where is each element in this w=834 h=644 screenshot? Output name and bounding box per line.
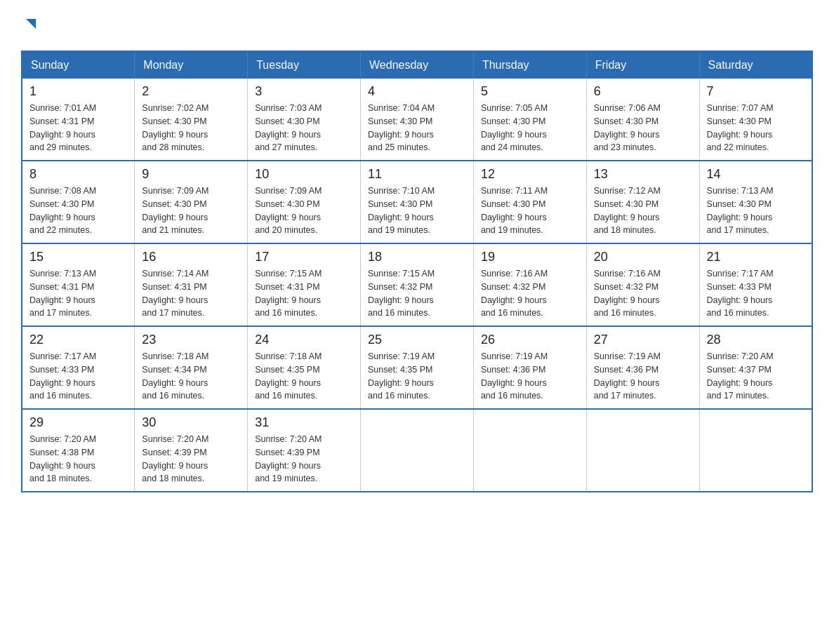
day-info: Sunrise: 7:19 AM Sunset: 4:36 PM Dayligh… — [594, 350, 692, 403]
day-info: Sunrise: 7:07 AM Sunset: 4:30 PM Dayligh… — [707, 102, 805, 154]
calendar-cell: 18 Sunrise: 7:15 AM Sunset: 4:32 PM Dayl… — [361, 243, 474, 326]
day-info: Sunrise: 7:02 AM Sunset: 4:30 PM Dayligh… — [142, 102, 240, 154]
day-info: Sunrise: 7:20 AM Sunset: 4:37 PM Dayligh… — [707, 350, 805, 403]
calendar-cell: 23 Sunrise: 7:18 AM Sunset: 4:34 PM Dayl… — [135, 326, 248, 409]
calendar-cell: 25 Sunrise: 7:19 AM Sunset: 4:35 PM Dayl… — [361, 326, 474, 409]
calendar-cell: 16 Sunrise: 7:14 AM Sunset: 4:31 PM Dayl… — [135, 243, 248, 326]
calendar-cell: 26 Sunrise: 7:19 AM Sunset: 4:36 PM Dayl… — [473, 326, 586, 409]
weekday-thursday: Thursday — [473, 51, 586, 79]
calendar-cell: 1 Sunrise: 7:01 AM Sunset: 4:31 PM Dayli… — [22, 79, 135, 161]
day-info: Sunrise: 7:13 AM Sunset: 4:30 PM Dayligh… — [707, 185, 805, 237]
day-number: 22 — [29, 333, 127, 347]
day-info: Sunrise: 7:01 AM Sunset: 4:31 PM Dayligh… — [29, 102, 127, 154]
calendar-cell: 19 Sunrise: 7:16 AM Sunset: 4:32 PM Dayl… — [473, 243, 586, 326]
calendar-cell: 3 Sunrise: 7:03 AM Sunset: 4:30 PM Dayli… — [248, 79, 361, 161]
day-number: 15 — [29, 250, 127, 264]
calendar-cell: 30 Sunrise: 7:20 AM Sunset: 4:39 PM Dayl… — [135, 409, 248, 492]
day-info: Sunrise: 7:20 AM Sunset: 4:39 PM Dayligh… — [142, 433, 240, 485]
day-info: Sunrise: 7:15 AM Sunset: 4:31 PM Dayligh… — [255, 267, 353, 320]
calendar-cell: 9 Sunrise: 7:09 AM Sunset: 4:30 PM Dayli… — [135, 161, 248, 243]
day-number: 17 — [255, 250, 353, 264]
day-number: 26 — [481, 333, 579, 347]
calendar-cell: 4 Sunrise: 7:04 AM Sunset: 4:30 PM Dayli… — [361, 79, 474, 161]
day-info: Sunrise: 7:18 AM Sunset: 4:34 PM Dayligh… — [142, 350, 240, 403]
calendar-cell: 22 Sunrise: 7:17 AM Sunset: 4:33 PM Dayl… — [22, 326, 135, 409]
day-info: Sunrise: 7:20 AM Sunset: 4:38 PM Dayligh… — [29, 433, 127, 485]
logo — [21, 14, 39, 36]
day-info: Sunrise: 7:19 AM Sunset: 4:36 PM Dayligh… — [481, 350, 579, 403]
day-number: 10 — [255, 167, 353, 182]
day-number: 29 — [29, 415, 127, 430]
calendar-cell: 31 Sunrise: 7:20 AM Sunset: 4:39 PM Dayl… — [248, 409, 361, 492]
weekday-saturday: Saturday — [699, 51, 812, 79]
day-info: Sunrise: 7:06 AM Sunset: 4:30 PM Dayligh… — [594, 102, 692, 154]
day-number: 20 — [594, 250, 692, 264]
day-number: 2 — [142, 84, 240, 99]
day-number: 16 — [142, 250, 240, 264]
calendar-cell: 2 Sunrise: 7:02 AM Sunset: 4:30 PM Dayli… — [135, 79, 248, 161]
calendar-cell: 24 Sunrise: 7:18 AM Sunset: 4:35 PM Dayl… — [248, 326, 361, 409]
day-info: Sunrise: 7:15 AM Sunset: 4:32 PM Dayligh… — [368, 267, 466, 320]
day-info: Sunrise: 7:09 AM Sunset: 4:30 PM Dayligh… — [142, 185, 240, 237]
day-number: 5 — [481, 84, 579, 99]
day-info: Sunrise: 7:03 AM Sunset: 4:30 PM Dayligh… — [255, 102, 353, 154]
day-number: 7 — [707, 84, 805, 99]
calendar-cell — [361, 409, 474, 492]
calendar-cell: 5 Sunrise: 7:05 AM Sunset: 4:30 PM Dayli… — [473, 79, 586, 161]
day-info: Sunrise: 7:18 AM Sunset: 4:35 PM Dayligh… — [255, 350, 353, 403]
day-info: Sunrise: 7:19 AM Sunset: 4:35 PM Dayligh… — [368, 350, 466, 403]
calendar-cell: 27 Sunrise: 7:19 AM Sunset: 4:36 PM Dayl… — [586, 326, 699, 409]
day-info: Sunrise: 7:11 AM Sunset: 4:30 PM Dayligh… — [481, 185, 579, 237]
calendar-cell: 14 Sunrise: 7:13 AM Sunset: 4:30 PM Dayl… — [699, 161, 812, 243]
day-info: Sunrise: 7:17 AM Sunset: 4:33 PM Dayligh… — [707, 267, 805, 320]
weekday-tuesday: Tuesday — [248, 51, 361, 79]
week-row-5: 29 Sunrise: 7:20 AM Sunset: 4:38 PM Dayl… — [22, 409, 812, 492]
day-info: Sunrise: 7:20 AM Sunset: 4:39 PM Dayligh… — [255, 433, 353, 485]
day-number: 24 — [255, 333, 353, 347]
day-info: Sunrise: 7:05 AM Sunset: 4:30 PM Dayligh… — [481, 102, 579, 154]
calendar-cell: 6 Sunrise: 7:06 AM Sunset: 4:30 PM Dayli… — [586, 79, 699, 161]
day-info: Sunrise: 7:12 AM Sunset: 4:30 PM Dayligh… — [594, 185, 692, 237]
day-number: 11 — [368, 167, 466, 182]
calendar-cell: 20 Sunrise: 7:16 AM Sunset: 4:32 PM Dayl… — [586, 243, 699, 326]
day-number: 21 — [707, 250, 805, 264]
calendar-cell — [699, 409, 812, 492]
page-header — [21, 14, 813, 36]
day-info: Sunrise: 7:04 AM Sunset: 4:30 PM Dayligh… — [368, 102, 466, 154]
day-number: 4 — [368, 84, 466, 99]
day-number: 19 — [481, 250, 579, 264]
week-row-2: 8 Sunrise: 7:08 AM Sunset: 4:30 PM Dayli… — [22, 161, 812, 243]
day-number: 3 — [255, 84, 353, 99]
weekday-sunday: Sunday — [22, 51, 135, 79]
day-number: 28 — [707, 333, 805, 347]
weekday-header-row: SundayMondayTuesdayWednesdayThursdayFrid… — [22, 51, 812, 79]
calendar-cell: 7 Sunrise: 7:07 AM Sunset: 4:30 PM Dayli… — [699, 79, 812, 161]
calendar-cell: 15 Sunrise: 7:13 AM Sunset: 4:31 PM Dayl… — [22, 243, 135, 326]
svg-marker-0 — [26, 19, 36, 29]
day-number: 12 — [481, 167, 579, 182]
day-info: Sunrise: 7:10 AM Sunset: 4:30 PM Dayligh… — [368, 185, 466, 237]
day-info: Sunrise: 7:16 AM Sunset: 4:32 PM Dayligh… — [594, 267, 692, 320]
day-number: 18 — [368, 250, 466, 264]
day-info: Sunrise: 7:09 AM Sunset: 4:30 PM Dayligh… — [255, 185, 353, 237]
day-info: Sunrise: 7:16 AM Sunset: 4:32 PM Dayligh… — [481, 267, 579, 320]
day-number: 13 — [594, 167, 692, 182]
weekday-monday: Monday — [135, 51, 248, 79]
day-number: 25 — [368, 333, 466, 347]
day-number: 14 — [707, 167, 805, 182]
day-number: 27 — [594, 333, 692, 347]
day-number: 23 — [142, 333, 240, 347]
calendar-cell — [586, 409, 699, 492]
day-number: 1 — [29, 84, 127, 99]
day-number: 8 — [29, 167, 127, 182]
weekday-wednesday: Wednesday — [361, 51, 474, 79]
calendar-cell: 29 Sunrise: 7:20 AM Sunset: 4:38 PM Dayl… — [22, 409, 135, 492]
calendar-cell: 12 Sunrise: 7:11 AM Sunset: 4:30 PM Dayl… — [473, 161, 586, 243]
week-row-3: 15 Sunrise: 7:13 AM Sunset: 4:31 PM Dayl… — [22, 243, 812, 326]
calendar-cell: 17 Sunrise: 7:15 AM Sunset: 4:31 PM Dayl… — [248, 243, 361, 326]
day-number: 9 — [142, 167, 240, 182]
day-number: 30 — [142, 415, 240, 430]
calendar-cell: 13 Sunrise: 7:12 AM Sunset: 4:30 PM Dayl… — [586, 161, 699, 243]
day-info: Sunrise: 7:17 AM Sunset: 4:33 PM Dayligh… — [29, 350, 127, 403]
day-info: Sunrise: 7:08 AM Sunset: 4:30 PM Dayligh… — [29, 185, 127, 237]
